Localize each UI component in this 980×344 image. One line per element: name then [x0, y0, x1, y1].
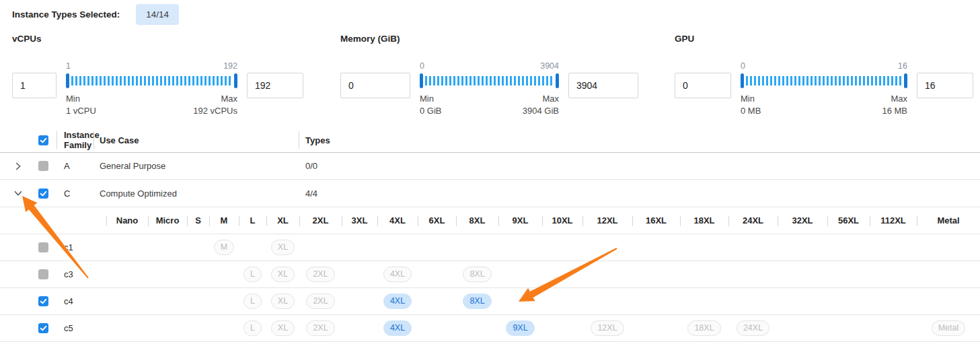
- expand-chevron-right-icon[interactable]: [13, 162, 23, 171]
- family-row-C: C Compute Optimized 4/4: [0, 180, 980, 207]
- vcpus-max-input[interactable]: [247, 73, 303, 98]
- size-pill-c5-l[interactable]: L: [243, 320, 262, 336]
- instance-checkbox-c1[interactable]: [38, 242, 48, 252]
- family-name: C: [64, 180, 70, 207]
- vcpus-slider-handle-max[interactable]: [234, 73, 237, 88]
- size-column-header-32xl: 32XL: [778, 207, 827, 234]
- size-pill-c1-xl[interactable]: XL: [271, 240, 295, 255]
- gpu-min-input[interactable]: [675, 73, 731, 98]
- size-pill-c4-2xl[interactable]: 2XL: [306, 294, 334, 309]
- family-use-case: General Purpose: [100, 153, 165, 179]
- column-header-types: Types: [305, 128, 330, 152]
- vcpus-min-input[interactable]: [12, 73, 56, 98]
- gpu-slider-handle-max[interactable]: [904, 73, 907, 88]
- size-column-header-l: L: [239, 207, 266, 234]
- instance-name-c1: c1: [64, 234, 73, 261]
- family-use-case: Compute Optimized: [100, 180, 177, 207]
- memory-slider-handle-min[interactable]: [420, 73, 423, 88]
- size-pill-c3-xl[interactable]: XL: [271, 267, 295, 282]
- gpu-max-input[interactable]: [917, 73, 973, 98]
- table-header-row: Instance Family Use Case Types: [0, 128, 980, 153]
- memory-max-value-caption: 3904 GiB: [523, 106, 559, 116]
- size-column-header-24xl: 24XL: [728, 207, 778, 234]
- vcpus-range-slider[interactable]: [66, 73, 237, 89]
- vcpus-slider-max-label: 192: [223, 61, 237, 72]
- size-pill-c3-8xl[interactable]: 8XL: [463, 267, 491, 282]
- instance-family-table: Instance Family Use Case Types A General…: [0, 128, 980, 342]
- size-column-header-9xl: 9XL: [498, 207, 542, 234]
- size-pill-c5-9xl[interactable]: 9XL: [506, 320, 534, 336]
- size-pill-c1-m[interactable]: M: [214, 240, 234, 255]
- size-columns-header-row: NanoMicroSMLXL2XL3XL4XL6XL8XL9XL10XL12XL…: [0, 207, 980, 234]
- size-pill-c5-2xl[interactable]: 2XL: [306, 320, 334, 336]
- memory-filter-section: Memory (GiB) 0 3904 Min Max 0 GiB: [340, 34, 638, 116]
- size-column-header-2xl: 2XL: [299, 207, 342, 234]
- memory-title: Memory (GiB): [340, 34, 638, 44]
- column-header-instance-family: Instance Family: [64, 128, 100, 152]
- size-column-header-56xl: 56XL: [827, 207, 870, 234]
- vcpus-min-value-caption: 1 vCPU: [66, 106, 96, 116]
- instance-name-c5: c5: [64, 315, 73, 341]
- memory-min-value-caption: 0 GiB: [420, 106, 442, 116]
- vcpus-min-caption: Min: [66, 94, 80, 104]
- selected-count-label: Instance Types Selected:: [12, 9, 120, 20]
- vcpus-title: vCPUs: [12, 34, 303, 44]
- gpu-filter-section: GPU 0 16 Min Max 0 MB 16: [675, 34, 973, 116]
- memory-min-input[interactable]: [340, 73, 410, 98]
- instance-name-c4: c4: [64, 288, 73, 314]
- size-pill-c3-l[interactable]: L: [243, 267, 262, 282]
- vcpus-slider-handle-min[interactable]: [66, 73, 69, 88]
- family-checkbox-C[interactable]: [38, 188, 48, 199]
- size-pill-c5-xl[interactable]: XL: [271, 320, 295, 336]
- size-column-header-4xl: 4XL: [377, 207, 418, 234]
- collapse-chevron-down-icon[interactable]: [13, 188, 23, 198]
- size-column-header-10xl: 10XL: [542, 207, 582, 234]
- gpu-min-caption: Min: [741, 94, 755, 104]
- size-column-header-18xl: 18XL: [680, 207, 728, 234]
- size-pill-c3-2xl[interactable]: 2XL: [306, 267, 334, 282]
- gpu-range-slider[interactable]: [741, 73, 907, 89]
- size-pill-c5-12xl[interactable]: 12XL: [591, 320, 624, 336]
- gpu-max-caption: Max: [891, 94, 907, 104]
- family-types-count: 0/0: [305, 153, 317, 179]
- size-pill-c3-4xl[interactable]: 4XL: [383, 267, 412, 282]
- size-column-header-12xl: 12XL: [582, 207, 632, 234]
- family-name: A: [64, 153, 70, 179]
- memory-slider-min-label: 0: [420, 61, 424, 72]
- instance-row-c3: c3LXL2XL4XL8XL: [0, 261, 980, 288]
- gpu-slider-handle-min[interactable]: [741, 73, 744, 88]
- size-pill-c5-24xl[interactable]: 24XL: [737, 320, 769, 336]
- size-column-header-metal: Metal: [917, 207, 980, 234]
- size-column-header-112xl: 112XL: [870, 207, 917, 234]
- memory-range-slider[interactable]: [420, 73, 559, 89]
- family-checkbox-A[interactable]: [38, 161, 48, 171]
- size-pill-c4-l[interactable]: L: [243, 294, 262, 309]
- column-header-use-case: Use Case: [100, 128, 139, 152]
- size-pill-c5-18xl[interactable]: 18XL: [687, 320, 720, 336]
- memory-slider-handle-max[interactable]: [556, 73, 559, 88]
- family-types-count: 4/4: [305, 180, 317, 207]
- select-all-checkbox[interactable]: [38, 135, 48, 145]
- size-column-header-micro: Micro: [148, 207, 187, 234]
- gpu-title: GPU: [675, 34, 973, 44]
- memory-max-input[interactable]: [568, 73, 638, 98]
- size-pill-c5-4xl[interactable]: 4XL: [383, 320, 412, 336]
- selected-count-badge: 14/14: [136, 4, 179, 25]
- instance-checkbox-c5[interactable]: [38, 323, 48, 333]
- selection-summary: Instance Types Selected: 14/14: [12, 4, 179, 25]
- size-pill-c4-xl[interactable]: XL: [271, 294, 295, 309]
- vcpus-filter-section: vCPUs 1 192 Min Max 1 vCPU: [12, 34, 303, 116]
- slider-ticks: [746, 76, 902, 85]
- instance-checkbox-c4[interactable]: [38, 296, 48, 306]
- gpu-max-value-caption: 16 MB: [882, 106, 907, 116]
- memory-min-caption: Min: [420, 94, 434, 104]
- size-pill-c5-metal[interactable]: Metal: [932, 320, 966, 336]
- slider-ticks: [425, 76, 554, 85]
- size-pill-c4-4xl[interactable]: 4XL: [383, 294, 412, 309]
- size-column-header-3xl: 3XL: [342, 207, 377, 234]
- size-pill-c4-8xl[interactable]: 8XL: [463, 294, 491, 309]
- instance-checkbox-c3[interactable]: [38, 269, 48, 279]
- size-column-header-6xl: 6XL: [418, 207, 456, 234]
- instance-row-c4: c4LXL2XL4XL8XL: [0, 288, 980, 315]
- slider-ticks: [71, 76, 232, 85]
